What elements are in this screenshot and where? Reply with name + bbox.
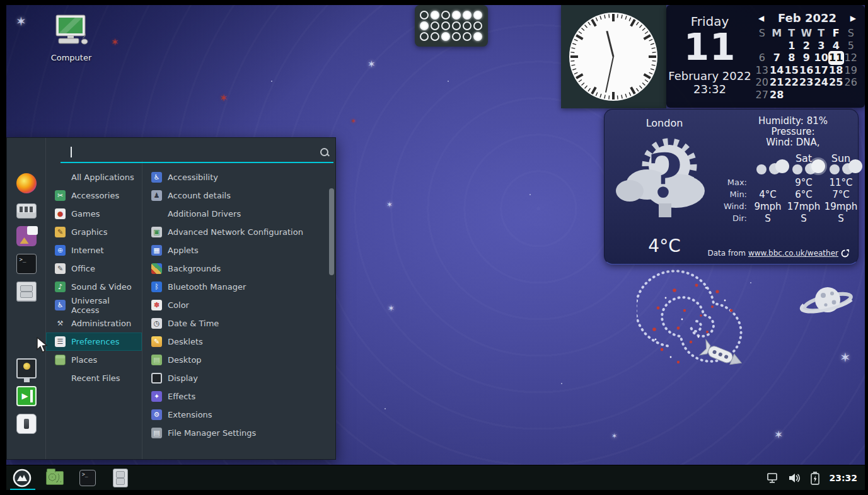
app-item-date-time[interactable]: ◷ Date & Time: [142, 314, 335, 333]
calendar-day[interactable]: 23: [799, 76, 814, 89]
menu-button[interactable]: [11, 467, 33, 489]
app-item-desktop[interactable]: ▤ Desktop: [142, 351, 335, 369]
computer-icon: [51, 14, 91, 48]
category-recent-files[interactable]: Recent Files: [46, 369, 142, 387]
calendar-day[interactable]: 6: [755, 52, 770, 64]
calendar-day[interactable]: 15: [784, 64, 799, 77]
forecast-min-label: Min:: [730, 190, 749, 199]
analog-clock-desklet[interactable]: [561, 5, 666, 108]
calendar-day[interactable]: 21: [770, 76, 785, 89]
category-office[interactable]: ✎ Office: [46, 259, 142, 278]
refresh-icon[interactable]: [841, 249, 849, 258]
app-item-extensions[interactable]: ⚙ Extensions: [142, 406, 335, 424]
calendar-day[interactable]: 4: [829, 40, 844, 52]
forecast-wind-sat: 17mph: [787, 201, 821, 212]
software-manager-launcher[interactable]: [16, 203, 37, 219]
battery-charging-icon[interactable]: [810, 471, 820, 485]
calendar-day[interactable]: 18: [829, 64, 844, 77]
games-icon: ●: [55, 208, 66, 219]
binary-clock-desklet[interactable]: [415, 5, 488, 47]
calendar-day[interactable]: 20: [755, 76, 770, 89]
messaging-launcher[interactable]: [16, 226, 37, 246]
red-star-decoration: ✶: [111, 37, 119, 48]
file-manager-panel-launcher[interactable]: [110, 467, 131, 489]
network-icon[interactable]: [766, 472, 778, 484]
category-accessories[interactable]: ✂ Accessories: [46, 186, 142, 205]
app-item-label: Color: [168, 300, 189, 310]
weather-source-link[interactable]: www.bbc.co.uk/weather: [748, 249, 838, 258]
calendar-day[interactable]: 3: [814, 40, 829, 52]
firefox-launcher[interactable]: [16, 173, 37, 193]
calendar-day[interactable]: 17: [814, 64, 829, 77]
calendar-day[interactable]: 9: [799, 52, 814, 64]
calendar-day: [814, 89, 829, 101]
app-item-desklets[interactable]: ✎ Desklets: [142, 333, 335, 351]
calendar-prev-icon[interactable]: ◀: [757, 14, 765, 23]
calendar-day[interactable]: 16: [799, 64, 814, 77]
weather-desklet[interactable]: London ? 4°C Humidity: 81% Pressure: Win…: [604, 109, 859, 265]
app-item-accessibility[interactable]: ♿ Accessibility: [142, 168, 335, 186]
app-item-applets[interactable]: ▦ Applets: [142, 241, 335, 259]
category-preferences[interactable]: ☰ Preferences: [46, 333, 142, 351]
shut-down-button[interactable]: [16, 414, 37, 434]
app-item-display[interactable]: Display: [142, 369, 335, 387]
calendar-day[interactable]: 27: [755, 89, 770, 101]
calendar-day[interactable]: 22: [784, 76, 799, 89]
calendar-day[interactable]: 7: [770, 52, 785, 64]
app-item-account-details[interactable]: ♟ Account details: [142, 186, 335, 205]
category-administration[interactable]: ⚒ Administration: [46, 314, 142, 333]
category-places[interactable]: Places: [46, 351, 142, 369]
category-graphics[interactable]: ✎ Graphics: [46, 223, 142, 241]
app-item-effects[interactable]: ✦ Effects: [142, 387, 335, 406]
app-item-label: Backgrounds: [168, 264, 221, 273]
category-all-applications[interactable]: All Applications: [46, 168, 142, 186]
app-item-advanced-network-configuration[interactable]: ▣ Advanced Network Configuration: [142, 223, 335, 241]
category-universal-access[interactable]: ♿ Universal Access: [46, 296, 142, 314]
category-sound-video[interactable]: ♪ Sound & Video: [46, 278, 142, 296]
calendar-next-icon[interactable]: ▶: [849, 14, 857, 23]
lock-screen-button[interactable]: [16, 358, 37, 378]
apps-scrollbar[interactable]: [329, 188, 334, 275]
calendar-day[interactable]: 11: [829, 52, 844, 64]
app-item-file-manager-settings[interactable]: ▤ File Manager Settings: [142, 424, 335, 442]
file-manager-launcher[interactable]: [16, 282, 37, 302]
category-games[interactable]: ● Games: [46, 205, 142, 223]
calendar-day[interactable]: 19: [843, 64, 859, 77]
calendar-day[interactable]: 26: [843, 76, 859, 89]
calendar-day[interactable]: 14: [770, 64, 785, 77]
calendar-day[interactable]: 5: [843, 40, 859, 52]
calendar-day[interactable]: 13: [755, 64, 770, 77]
calendar-desklet[interactable]: Friday 11 February 2022 23:32 ◀ Feb 2022…: [666, 5, 865, 108]
calendar-day[interactable]: 10: [814, 52, 829, 64]
log-out-button[interactable]: [16, 386, 37, 406]
category-internet[interactable]: ⊕ Internet: [46, 241, 142, 259]
folder-icon: [46, 471, 64, 485]
app-item-bluetooth-manager[interactable]: ᛒ Bluetooth Manager: [142, 278, 335, 296]
app-item-label: Account details: [168, 191, 231, 200]
calendar-day-header: T: [814, 27, 829, 40]
app-item-additional-drivers[interactable]: Additional Drivers: [142, 205, 335, 223]
calendar-day[interactable]: 24: [814, 76, 829, 89]
app-item-label: Bluetooth Manager: [168, 282, 246, 292]
category-label: Games: [71, 209, 100, 219]
app-item-label: Desktop: [168, 355, 202, 365]
file-manager-settings-icon: ▤: [151, 428, 162, 438]
office-icon: ✎: [55, 263, 66, 274]
files-launcher[interactable]: [44, 467, 66, 489]
app-item-backgrounds[interactable]: Backgrounds: [142, 259, 335, 278]
calendar-day[interactable]: 1: [784, 40, 799, 52]
volume-icon[interactable]: [787, 472, 801, 484]
binary-clock-grid: [420, 11, 483, 42]
app-item-color[interactable]: ✽ Color: [142, 296, 335, 314]
calendar-day[interactable]: 8: [784, 52, 799, 64]
calendar-day[interactable]: 2: [799, 40, 814, 52]
terminal-launcher[interactable]: >_: [16, 254, 37, 274]
calendar-day[interactable]: 28: [770, 89, 785, 101]
terminal-panel-launcher[interactable]: >_: [77, 467, 98, 489]
calendar-day-header: S: [843, 27, 859, 40]
calendar-day[interactable]: 25: [829, 76, 844, 89]
desktop-icon-computer[interactable]: Computer: [37, 14, 106, 62]
app-item-label: File Manager Settings: [168, 428, 256, 438]
calendar-day[interactable]: 12: [843, 52, 859, 64]
weather-city: London: [623, 117, 705, 129]
